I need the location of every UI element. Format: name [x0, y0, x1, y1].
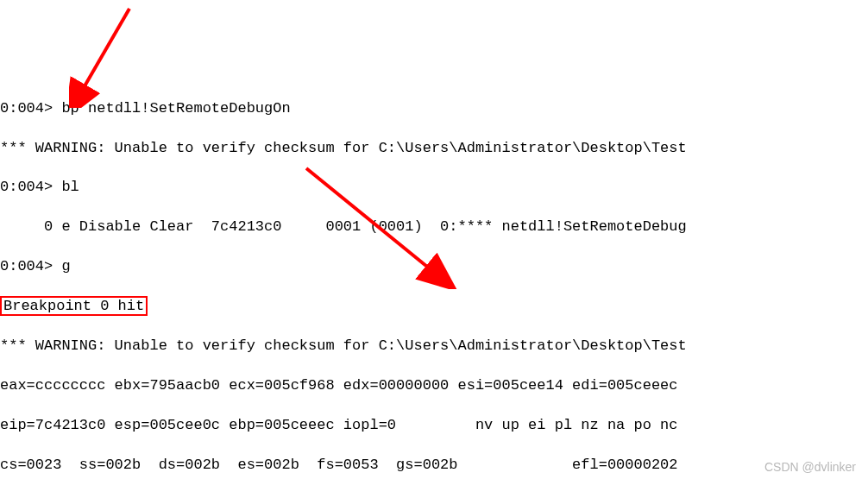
command-text: bl — [61, 179, 79, 195]
breakpoint-hit-box: Breakpoint 0 hit — [0, 296, 148, 316]
prompt: 0:004> — [0, 258, 61, 274]
watermark: CSDN @dvlinker — [764, 459, 856, 476]
cmd-bl: 0:004> bl — [0, 178, 868, 198]
cmd-g: 0:004> g — [0, 257, 868, 277]
svg-line-1 — [82, 9, 129, 91]
cmd-bp: 0:004> bp netdll!SetRemoteDebugOn — [0, 99, 868, 119]
debugger-output: 0:004> bp netdll!SetRemoteDebugOn *** WA… — [0, 79, 868, 479]
prompt: 0:004> — [0, 100, 61, 117]
command-text: bp netdll!SetRemoteDebugOn — [61, 100, 290, 117]
breakpoint-hit: Breakpoint 0 hit — [0, 297, 868, 317]
warning-2: *** WARNING: Unable to verify checksum f… — [0, 337, 868, 356]
registers-2: eip=7c4213c0 esp=005cee0c ebp=005ceeec i… — [0, 416, 868, 436]
registers-1: eax=cccccccc ebx=795aacb0 ecx=005cf968 e… — [0, 376, 868, 396]
prompt: 0:004> — [0, 179, 61, 195]
command-text: g — [61, 258, 70, 274]
bl-output: 0 e Disable Clear 7c4213c0 0001 (0001) 0… — [0, 217, 868, 237]
warning-1: *** WARNING: Unable to verify checksum f… — [0, 139, 868, 159]
registers-3: cs=0023 ss=002b ds=002b es=002b fs=0053 … — [0, 456, 868, 476]
